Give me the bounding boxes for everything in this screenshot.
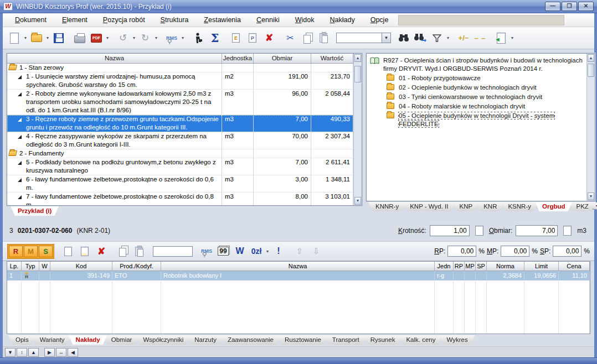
resources-column-header[interactable]: Norma bbox=[487, 262, 524, 271]
new-document-dropdown[interactable]: ▾ bbox=[23, 35, 28, 40]
estimate-row[interactable]: 5 - Podkłady betonowe na podłożu gruntow… bbox=[7, 158, 353, 175]
undo-dropdown[interactable]: ▾ bbox=[131, 35, 137, 40]
delete-resource-button[interactable]: ✘ bbox=[94, 243, 109, 259]
resources-tab-obmiar[interactable]: Obmiar bbox=[104, 335, 140, 345]
filter-r-button[interactable]: R bbox=[9, 246, 23, 257]
filter-s-button[interactable]: S bbox=[39, 246, 53, 257]
krotnosc-input[interactable] bbox=[430, 225, 470, 236]
scroll-up-icon[interactable]: ▲ bbox=[354, 54, 361, 62]
menu-item-dokument[interactable]: Dokument bbox=[7, 14, 54, 26]
resources-column-header[interactable]: Lp. bbox=[7, 262, 22, 271]
resource-properties-button[interactable] bbox=[78, 243, 92, 259]
estimate-row[interactable]: 3 - Ręczne roboty ziemne z przewozem gru… bbox=[7, 115, 353, 132]
save-button[interactable] bbox=[52, 30, 66, 46]
export-pdf-button[interactable]: PDF bbox=[89, 30, 104, 46]
copy-obmiar-icon[interactable] bbox=[563, 226, 572, 236]
scroll-up-icon[interactable]: ▲ bbox=[588, 54, 594, 62]
collapse-button[interactable]: – – bbox=[473, 30, 487, 46]
pane-split-bottom-icon[interactable]: ▼ bbox=[5, 348, 16, 357]
scroll-down-icon[interactable]: ▼ bbox=[354, 197, 361, 205]
sum-button[interactable]: Σ bbox=[208, 30, 222, 46]
estimate-row[interactable]: 7 - ławy fundamentowe żelbetowe,prostoką… bbox=[7, 193, 353, 205]
resources-tab-wykres[interactable]: Wykres bbox=[439, 335, 475, 345]
filter-button[interactable] bbox=[430, 30, 444, 46]
find-button[interactable] bbox=[397, 30, 411, 46]
menu-item-zestawienia[interactable]: Zestawienia bbox=[196, 14, 249, 26]
catalog-tab-knp[interactable]: KNP bbox=[452, 202, 480, 211]
pane-split-horizontal-icon[interactable]: ↕ bbox=[17, 348, 27, 357]
filter-m-button[interactable]: M bbox=[24, 246, 38, 257]
important-button[interactable]: ! bbox=[271, 243, 286, 259]
estimate-row[interactable]: 2 - Fundamenty bbox=[7, 149, 353, 158]
resources-column-header[interactable]: Kod bbox=[50, 262, 112, 271]
estimate-column-header[interactable]: Nazwa bbox=[7, 54, 222, 63]
catalog-vertical-scrollbar[interactable]: ▲ ▼ bbox=[586, 54, 595, 201]
menu-item-opcje[interactable]: Opcje bbox=[363, 14, 397, 26]
menu-item-widok[interactable]: Widok bbox=[287, 14, 322, 26]
close-button[interactable]: ✕ bbox=[578, 2, 594, 11]
catalog-node[interactable]: 04 - Roboty malarskie w technologiach dr… bbox=[384, 102, 526, 111]
import-button[interactable]: ◄ bbox=[494, 30, 508, 46]
resources-tab-rusztowanie[interactable]: Rusztowanie bbox=[277, 335, 328, 345]
menu-item-element[interactable]: Element bbox=[54, 14, 95, 26]
estimate-row[interactable]: 6 - ławy fundamentowe żelbetowe,prostoką… bbox=[7, 175, 353, 193]
pane-split-left-icon[interactable]: ◀ bbox=[68, 348, 78, 357]
estimate-row[interactable]: 1 - Stan zerowy bbox=[7, 64, 353, 72]
paste-button[interactable] bbox=[316, 30, 331, 46]
estimate-row[interactable]: 2 - Roboty ziemne wykonywane ładowarkami… bbox=[7, 90, 353, 115]
resources-tab-narzuty[interactable]: Narzuty bbox=[187, 335, 224, 345]
resources-tab-opis[interactable]: Opis bbox=[8, 335, 36, 345]
print-button[interactable] bbox=[73, 30, 87, 46]
find-next-button[interactable] bbox=[413, 30, 428, 46]
sp-input[interactable] bbox=[553, 246, 581, 257]
estimate-row[interactable]: 4 - Ręczne zasypywanie wykopów ze skarpa… bbox=[7, 132, 353, 149]
resources-column-header[interactable]: Jedn bbox=[435, 262, 454, 271]
catalog-node[interactable]: 01 - Roboty przygotowawcze bbox=[384, 74, 482, 83]
estimate-column-header[interactable]: Wartość bbox=[311, 54, 353, 63]
zero-zl-dropdown[interactable]: ▾ bbox=[265, 249, 270, 254]
w-button[interactable]: W bbox=[233, 243, 247, 259]
resources-column-header[interactable]: MP bbox=[465, 262, 476, 271]
resources-tab-rysunek[interactable]: Rysunek bbox=[363, 335, 403, 345]
export-pdf-dropdown[interactable]: ▾ bbox=[105, 35, 110, 40]
copy-resource-button[interactable] bbox=[115, 243, 130, 259]
menu-item-nakady[interactable]: Nakłady bbox=[322, 14, 363, 26]
copy-krotnosc-icon[interactable] bbox=[475, 226, 483, 236]
resources-column-header[interactable]: Limit bbox=[524, 262, 559, 271]
mp-input[interactable] bbox=[501, 246, 529, 257]
catalog-tab-orgbud[interactable]: Orgbud bbox=[535, 202, 573, 211]
position-page-button[interactable]: P bbox=[245, 30, 260, 46]
catalog-tab-knpwydii[interactable]: KNP - Wyd. II bbox=[403, 202, 455, 211]
resource-row[interactable]: 1391-149ETORobotnik budowlany Ir-g2,3684… bbox=[7, 271, 590, 280]
add-resource-button[interactable] bbox=[61, 243, 75, 259]
copy-button[interactable] bbox=[300, 30, 314, 46]
resources-column-header[interactable]: RP bbox=[454, 262, 465, 271]
pages-99-button[interactable]: 99 bbox=[216, 243, 230, 259]
element-page-button[interactable]: E bbox=[229, 30, 243, 46]
maximize-button[interactable]: ❐ bbox=[562, 2, 577, 11]
estimate-row[interactable]: 1 - Usunięcie warstwy ziemi urodzajnej- … bbox=[7, 72, 353, 90]
resources-column-header[interactable]: W bbox=[39, 262, 50, 271]
rms-search-button[interactable]: RMS bbox=[164, 30, 179, 46]
move-down-button[interactable]: ⇩ bbox=[309, 243, 323, 259]
rms-lookup-button[interactable]: RMS bbox=[199, 243, 214, 259]
redo-button[interactable]: ↻ bbox=[138, 30, 152, 46]
zero-zl-button[interactable]: 0zł bbox=[249, 243, 264, 259]
catalog-root-node[interactable]: R927 - Ocieplenia ścian i stropów budynk… bbox=[369, 56, 586, 74]
resources-tab-zaawansowanie[interactable]: Zaawansowanie bbox=[220, 335, 281, 345]
obmiar-input[interactable] bbox=[516, 225, 558, 236]
resources-tab-wspczynniki[interactable]: Współczynniki bbox=[136, 335, 191, 345]
cut-button[interactable]: ✂ bbox=[283, 30, 297, 46]
resource-search-input[interactable] bbox=[153, 246, 193, 257]
catalog-tab-ksnry[interactable]: KSNR-y bbox=[501, 202, 538, 211]
scroll-thumb[interactable] bbox=[588, 64, 594, 77]
combo-dropdown-button[interactable]: ▼ bbox=[382, 33, 391, 43]
paste-resource-button[interactable] bbox=[132, 243, 146, 259]
move-up-button[interactable]: ⇧ bbox=[292, 243, 307, 259]
filter-dropdown[interactable]: ▾ bbox=[445, 35, 451, 40]
resources-column-header[interactable]: Typ bbox=[22, 262, 39, 271]
catalog-tab-knr[interactable]: KNR bbox=[476, 202, 504, 211]
scroll-down-icon[interactable]: ▼ bbox=[588, 193, 594, 200]
resources-tab-nakady[interactable]: Nakłady bbox=[69, 335, 107, 345]
resources-tab-kalkceny[interactable]: Kalk. ceny bbox=[399, 335, 442, 345]
